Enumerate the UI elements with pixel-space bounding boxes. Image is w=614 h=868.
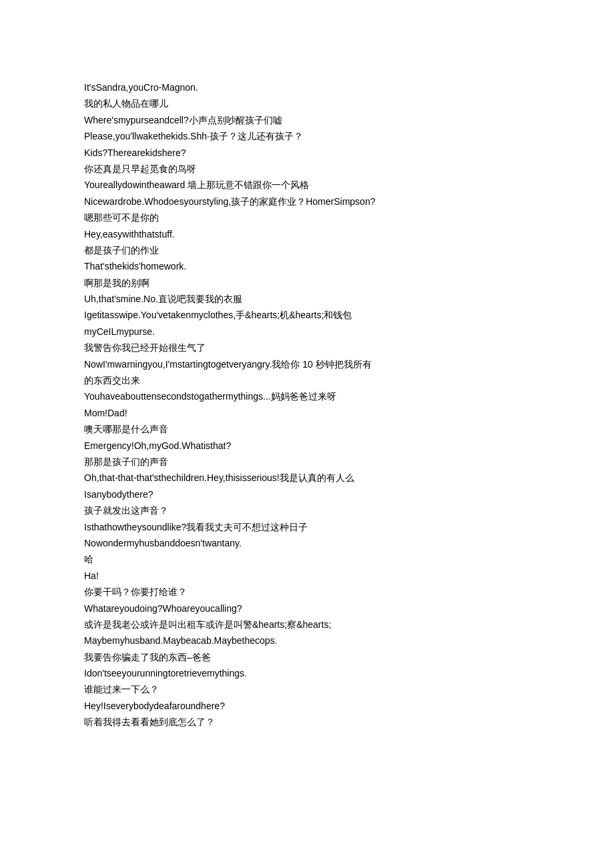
line-item: myCeILmypurse. bbox=[84, 324, 530, 339]
line-item: 你要干吗？你要打给谁？ bbox=[84, 584, 530, 599]
line-item: 那那是孩子们的声音 bbox=[84, 454, 530, 469]
main-content: It'sSandra,youCro-Magnon.我的私人物品在哪儿Where'… bbox=[84, 80, 530, 730]
line-item: Oh,that-that-that'sthechildren.Hey,thisi… bbox=[84, 470, 530, 485]
line-item: Isanybodythere? bbox=[84, 487, 530, 502]
line-item: Ha! bbox=[84, 568, 530, 583]
line-item: 谁能过来一下么？ bbox=[84, 682, 530, 697]
line-item: 我警告你我已经开始很生气了 bbox=[84, 340, 530, 355]
line-item: It'sSandra,youCro-Magnon. bbox=[84, 80, 530, 95]
line-item: Hey,easywiththatstuff. bbox=[84, 227, 530, 242]
line-item: Youreallydowintheaward 墙上那玩意不错跟你一个风格 bbox=[84, 177, 530, 192]
line-item: 的东西交出来 bbox=[84, 373, 530, 388]
line-item: 都是孩子们的作业 bbox=[84, 243, 530, 258]
line-item: Maybemyhusband.Maybeacab.Maybethecops. bbox=[84, 633, 530, 648]
line-item: 啊那是我的别啊 bbox=[84, 276, 530, 290]
line-item: Hey!Iseverybodydeafaroundhere? bbox=[84, 699, 530, 713]
line-item: Kids?Therearekidshere? bbox=[84, 145, 530, 160]
line-item: 嗯那些可不是你的 bbox=[84, 210, 530, 225]
line-item: Nicewardrobe.Whodoesyourstyling,孩子的家庭作业？… bbox=[84, 194, 530, 209]
line-item: Igetitasswipe.You'vetakenmyclothes,手&hea… bbox=[84, 308, 530, 322]
line-item: 哈 bbox=[84, 552, 530, 566]
line-item: Youhaveabouttensecondstogathermythings..… bbox=[84, 389, 530, 404]
line-item: That'sthekids'homework. bbox=[84, 259, 530, 274]
line-item: Idon'tseeyourunningtoretrievemythings. bbox=[84, 666, 530, 681]
line-item: 你还真是只早起觅食的鸟呀 bbox=[84, 161, 530, 176]
line-item: Whatareyoudoing?Whoareyoucalling? bbox=[84, 601, 530, 616]
line-item: Nowondermyhusbanddoesn'twantany. bbox=[84, 536, 530, 550]
line-item: Mom!Dad! bbox=[84, 406, 530, 420]
line-item: 孩子就发出这声音？ bbox=[84, 503, 530, 518]
line-item: Isthathowtheysoundlike?我看我丈夫可不想过这种日子 bbox=[84, 520, 530, 534]
line-item: Where'smypurseandcell?小声点别吵醒孩子们嘘 bbox=[84, 113, 530, 127]
line-item: NowI'mwarningyou,I'mstartingtogetveryang… bbox=[84, 357, 530, 372]
line-item: 听着我得去看看她到底怎么了？ bbox=[84, 715, 530, 729]
line-item: 我要告你骗走了我的东西–爸爸 bbox=[84, 650, 530, 665]
line-item: Please,you'llwakethekids.Shh·孩子？这儿还有孩子？ bbox=[84, 129, 530, 143]
line-item: 或许是我老公或许是叫出租车或许是叫警&hearts;察&hearts; bbox=[84, 617, 530, 632]
line-item: Emergency!Oh,myGod.Whatisthat? bbox=[84, 438, 530, 453]
line-item: Uh,that'smine.No.直说吧我要我的衣服 bbox=[84, 292, 530, 306]
line-item: 我的私人物品在哪儿 bbox=[84, 96, 530, 111]
line-item: 噢天哪那是什么声音 bbox=[84, 422, 530, 436]
